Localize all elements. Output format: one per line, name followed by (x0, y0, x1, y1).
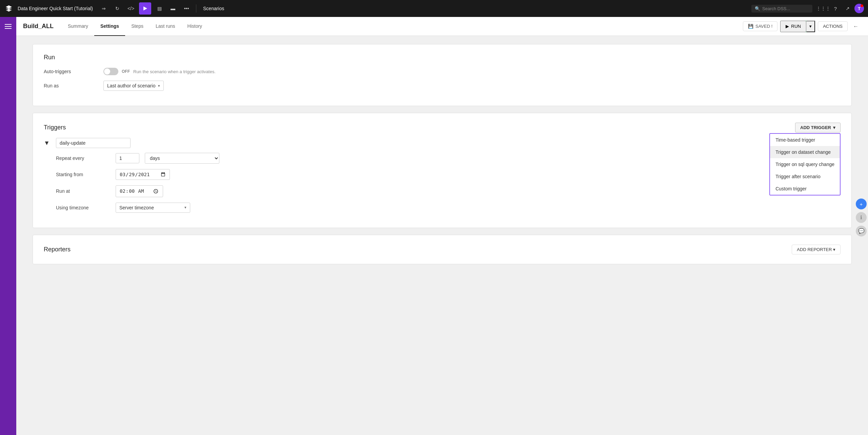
add-reporter-button[interactable]: ADD REPORTER ▾ (792, 245, 841, 254)
saved-button[interactable]: 💾 SAVED ! (743, 21, 777, 31)
float-info-button[interactable]: ℹ (856, 212, 867, 223)
navbar-flow-icon[interactable]: ⇒ (98, 3, 109, 14)
dropdown-item-time-based[interactable]: Time-based trigger (770, 134, 840, 146)
back-button[interactable]: ← (850, 21, 861, 32)
reporters-card: Reporters ADD REPORTER ▾ (33, 235, 852, 264)
run-card: Run Auto-triggers OFF Run the scenario w… (33, 44, 852, 106)
auto-triggers-row: Auto-triggers OFF Run the scenario when … (44, 68, 841, 75)
timezone-arrow-icon: ▾ (184, 205, 186, 210)
navbar: Data Engineer Quick Start (Tutorial) ⇒ ↻… (0, 0, 868, 17)
tab-summary[interactable]: Summary (62, 17, 94, 36)
main-scroll: Run Auto-triggers OFF Run the scenario w… (16, 36, 868, 435)
navbar-deploy-icon[interactable]: ▤ (154, 3, 165, 14)
timezone-select[interactable]: Server timezone ▾ (116, 203, 190, 213)
dropdown-item-custom[interactable]: Custom trigger (770, 183, 840, 195)
sidebar (0, 17, 16, 435)
run-at-label: Run at (56, 188, 110, 194)
using-timezone-label: Using timezone (56, 205, 110, 210)
starting-from-label: Starting from (56, 172, 110, 177)
analytics-icon[interactable]: ↗ (842, 3, 853, 14)
run-as-arrow-icon: ▾ (158, 84, 160, 88)
sidebar-menu-icon[interactable] (3, 21, 14, 32)
tab-steps[interactable]: Steps (125, 17, 150, 36)
run-as-select[interactable]: Last author of scenario ▾ (103, 81, 164, 91)
float-chat-button[interactable]: 💬 (856, 226, 867, 236)
toggle-knob (104, 68, 110, 75)
repeat-every-label: Repeat every (56, 156, 110, 161)
add-trigger-button[interactable]: ADD TRIGGER ▾ (795, 123, 841, 132)
run-main-button[interactable]: ▶ RUN (780, 21, 806, 32)
user-avatar[interactable]: T (854, 4, 864, 13)
trigger-header: Triggers ADD TRIGGER ▾ Time-based trigge… (44, 123, 841, 132)
run-as-row: Run as Last author of scenario ▾ (44, 81, 841, 91)
navbar-right-icons: ⋮⋮⋮ ? ↗ T (818, 3, 864, 14)
run-card-title: Run (44, 54, 841, 61)
timezone-value: Server timezone (119, 205, 154, 210)
run-as-label: Run as (44, 83, 98, 88)
triggers-card-title: Triggers (44, 124, 66, 131)
search-input[interactable] (762, 6, 806, 11)
content-area: Build_ALL Summary Settings Steps Last ru… (16, 17, 868, 435)
tabs-nav: Summary Settings Steps Last runs History (62, 17, 743, 36)
tab-history[interactable]: History (181, 17, 209, 36)
trigger-row: ▼ (44, 138, 841, 148)
navbar-code-icon[interactable]: </> (125, 3, 136, 14)
repeat-value-input[interactable] (116, 153, 139, 163)
run-play-icon: ▶ (786, 24, 789, 29)
run-button-group: ▶ RUN ▾ (780, 21, 815, 32)
save-icon: 💾 (748, 24, 753, 29)
navbar-scenarios-label: Scenarios (203, 6, 224, 11)
project-title: Data Engineer Quick Start (Tutorial) (18, 6, 93, 11)
reporters-card-title: Reporters (44, 246, 71, 253)
help-icon[interactable]: ? (830, 3, 841, 14)
starting-from-row: Starting from (56, 169, 841, 180)
trigger-form-body: Repeat every days minutes hours weeks mo… (44, 153, 841, 213)
dropdown-item-sql-change[interactable]: Trigger on sql query change (770, 158, 840, 170)
triggers-card: Triggers ADD TRIGGER ▾ Time-based trigge… (33, 113, 852, 228)
navbar-play-button[interactable] (139, 2, 151, 15)
run-at-row: Run at (56, 185, 841, 197)
scenario-name: Build_ALL (23, 23, 54, 30)
navbar-sync-icon[interactable]: ↻ (112, 3, 123, 14)
app-layout: Build_ALL Summary Settings Steps Last ru… (0, 17, 868, 435)
navbar-notebook-icon[interactable]: ▬ (167, 3, 178, 14)
auto-triggers-label: Auto-triggers (44, 69, 98, 74)
toggle-wrap: OFF Run the scenario when a trigger acti… (103, 68, 216, 75)
navbar-separator (196, 4, 196, 13)
float-plus-button[interactable]: + (856, 199, 867, 209)
search-icon: 🔍 (755, 6, 760, 11)
tab-last-runs[interactable]: Last runs (150, 17, 181, 36)
using-timezone-row: Using timezone Server timezone ▾ (56, 203, 841, 213)
add-trigger-container: ADD TRIGGER ▾ Time-based trigger Trigger… (795, 123, 841, 132)
toggle-state-label: OFF (122, 69, 130, 74)
run-dropdown-arrow[interactable]: ▾ (806, 21, 815, 32)
navbar-more-icon[interactable]: ••• (181, 3, 192, 14)
actions-button[interactable]: ACTIONS (818, 21, 848, 31)
repeat-every-row: Repeat every days minutes hours weeks mo… (56, 153, 841, 164)
app-logo[interactable] (4, 4, 14, 13)
add-trigger-arrow-icon: ▾ (833, 125, 835, 130)
trigger-collapse-icon[interactable]: ▼ (44, 140, 52, 147)
dropdown-item-dataset-change[interactable]: Trigger on dataset change (770, 146, 840, 158)
right-float-panel: + ℹ 💬 (856, 199, 868, 236)
starting-from-input[interactable] (116, 169, 170, 180)
navbar-search-box: 🔍 (751, 5, 812, 13)
svg-marker-0 (143, 6, 147, 11)
repeat-unit-select[interactable]: days minutes hours weeks months (145, 153, 219, 164)
sub-header: Build_ALL Summary Settings Steps Last ru… (16, 17, 868, 36)
trigger-name-input[interactable] (56, 138, 131, 148)
run-at-input[interactable] (116, 185, 163, 197)
trigger-dropdown-menu: Time-based trigger Trigger on dataset ch… (769, 133, 841, 195)
dropdown-item-after-scenario[interactable]: Trigger after scenario (770, 170, 840, 183)
tab-settings[interactable]: Settings (94, 17, 125, 36)
apps-grid-icon[interactable]: ⋮⋮⋮ (818, 3, 829, 14)
header-actions: 💾 SAVED ! ▶ RUN ▾ ACTIONS ← (743, 21, 861, 32)
run-as-value: Last author of scenario (107, 83, 155, 88)
auto-triggers-toggle[interactable] (103, 68, 118, 75)
toggle-description: Run the scenario when a trigger activate… (133, 69, 216, 74)
